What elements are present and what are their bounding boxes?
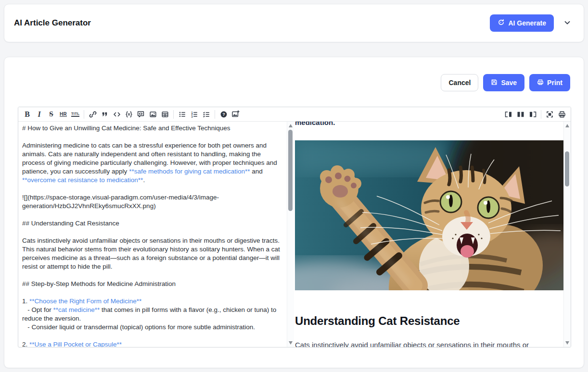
preview-scrollbar-thumb[interactable] — [565, 151, 569, 186]
scroll-up-arrow-icon[interactable] — [565, 124, 569, 127]
toolbar-separator — [84, 110, 84, 119]
editor-line[interactable]: # How to Give an Unwilling Cat Medicine:… — [22, 124, 285, 133]
save-label: Save — [501, 79, 517, 87]
editor-line[interactable]: perceives medicine as a threat—such as a… — [22, 254, 285, 262]
toolbar-separator — [541, 110, 541, 119]
toolbar-separator — [215, 110, 215, 119]
editor-card: Cancel Save Print — [4, 57, 584, 368]
markdown-editor: B I S HR TITL — [18, 107, 571, 347]
editor-panes: # How to Give an Unwilling Cat Medicine:… — [18, 122, 571, 347]
layout-split-icon — [516, 111, 525, 118]
editor-line[interactable]: Cats instinctively avoid unfamiliar obje… — [22, 236, 285, 245]
editor-toolbar: B I S HR TITL — [18, 107, 571, 122]
inline-code-button[interactable] — [111, 109, 123, 120]
cat-image — [295, 140, 563, 290]
editor-line[interactable]: ![](https://space-storage.visual-paradig… — [22, 193, 285, 202]
bullet-list-button[interactable] — [176, 109, 188, 120]
preview-scrollbar[interactable] — [563, 122, 571, 347]
blockquote-button[interactable] — [99, 109, 111, 120]
inline-code-icon — [113, 111, 121, 118]
header-dropdown-toggle[interactable] — [563, 19, 571, 28]
cancel-button[interactable]: Cancel — [441, 74, 478, 91]
horizontal-rule-icon: HR — [60, 112, 67, 117]
table-icon — [161, 111, 169, 118]
bullet-list-icon — [179, 111, 186, 118]
print-button[interactable]: Print — [529, 74, 570, 91]
header-card: AI Article Generator AI Generate — [4, 4, 584, 42]
editor-line[interactable]: ## Understanding Cat Resistance — [22, 219, 285, 228]
fullscreen-icon — [546, 111, 554, 118]
link-button[interactable] — [87, 109, 99, 120]
editor-line[interactable] — [22, 332, 285, 340]
ordered-list-button[interactable]: 1 2 3 — [188, 109, 200, 120]
editor-line[interactable]: patience, you can successfully apply **s… — [22, 167, 285, 176]
floppy-disk-icon — [491, 79, 498, 87]
editor-line[interactable]: 1. **Choose the Right Form of Medicine** — [22, 297, 285, 306]
layout-preview-right-icon — [504, 111, 513, 118]
fullscreen-button[interactable] — [544, 109, 556, 120]
layout-split-button[interactable] — [514, 109, 526, 120]
ai-image-icon — [231, 110, 240, 118]
printer-icon — [537, 79, 544, 87]
save-button[interactable]: Save — [483, 74, 524, 91]
scroll-down-arrow-icon[interactable] — [289, 341, 293, 345]
editor-line[interactable]: animals. Cats are naturally independent … — [22, 150, 285, 159]
editor-line[interactable] — [22, 228, 285, 236]
task-list-button[interactable] — [200, 109, 212, 120]
help-button[interactable]: ? — [217, 109, 230, 120]
editor-scrollbar[interactable] — [287, 122, 294, 347]
table-button[interactable] — [159, 109, 171, 120]
page-title: AI Article Generator — [14, 18, 91, 28]
editor-line[interactable] — [22, 185, 285, 193]
actions-row: Cancel Save Print — [441, 74, 570, 91]
image-icon — [149, 111, 157, 118]
italic-icon: I — [38, 110, 40, 119]
editor-line[interactable]: resist or attempt to hide the pill. — [22, 262, 285, 271]
editor-line[interactable] — [22, 133, 285, 141]
preview-paragraph: Cats instinctively avoid unfamiliar obje… — [295, 340, 563, 347]
ai-generate-button[interactable]: AI Generate — [490, 14, 554, 32]
editor-line[interactable]: 2. **Use a Pill Pocket or Capsule** — [22, 340, 285, 347]
horizontal-rule-button[interactable]: HR — [57, 109, 69, 120]
strikethrough-icon: S — [49, 110, 53, 118]
editor-line[interactable] — [22, 271, 285, 280]
ordered-list-icon: 1 2 3 — [191, 111, 198, 118]
layout-preview-left-button[interactable] — [526, 109, 538, 120]
preview-heading: Understanding Cat Resistance — [295, 314, 563, 328]
scroll-down-arrow-icon[interactable] — [565, 341, 569, 345]
scroll-up-arrow-icon[interactable] — [289, 124, 293, 127]
editor-line[interactable]: - Consider liquid or transdermal (topica… — [22, 323, 285, 332]
print-label: Print — [547, 79, 562, 87]
editor-line[interactable]: reduce the aversion. — [22, 314, 285, 323]
layout-preview-left-icon — [528, 111, 537, 118]
bold-icon: B — [25, 110, 30, 119]
image-button[interactable] — [147, 109, 159, 120]
editor-line[interactable]: Administering medicine to cats can be a … — [22, 141, 285, 150]
print-preview-button[interactable] — [556, 109, 568, 120]
ai-image-button[interactable] — [230, 109, 242, 120]
editor-line[interactable]: process of giving medicine particularly … — [22, 159, 285, 167]
italic-button[interactable]: I — [33, 109, 45, 120]
markdown-preview-pane: medication. — [294, 122, 563, 347]
toolbar-right-group — [502, 109, 568, 120]
editor-line[interactable]: **overcome cat resistance to medication*… — [22, 176, 285, 185]
editor-line[interactable] — [22, 288, 285, 297]
editor-line[interactable]: ## Step-by-Step Methods for Medicine Adm… — [22, 280, 285, 288]
sparkle-refresh-icon — [498, 19, 505, 27]
title-button[interactable]: TITL — [69, 109, 81, 120]
task-list-icon — [203, 111, 210, 118]
code-block-icon — [125, 111, 133, 118]
strikethrough-button[interactable]: S — [45, 109, 57, 120]
editor-line[interactable]: generation/HzbGJ2VhnREky6smucRxXX.png) — [22, 202, 285, 211]
editor-line[interactable]: This natural behavior stems from their e… — [22, 245, 285, 254]
svg-text:3: 3 — [191, 115, 192, 118]
editor-line[interactable]: - Opt for **cat medicine** that comes in… — [22, 306, 285, 314]
layout-preview-right-button[interactable] — [502, 109, 514, 120]
markdown-input-area[interactable]: # How to Give an Unwilling Cat Medicine:… — [18, 122, 287, 347]
editor-scrollbar-thumb[interactable] — [288, 130, 293, 211]
custom-block-button[interactable] — [135, 109, 147, 120]
code-block-button[interactable] — [123, 109, 135, 120]
editor-line[interactable] — [22, 211, 285, 219]
bold-button[interactable]: B — [21, 109, 33, 120]
custom-block-icon — [137, 110, 145, 118]
